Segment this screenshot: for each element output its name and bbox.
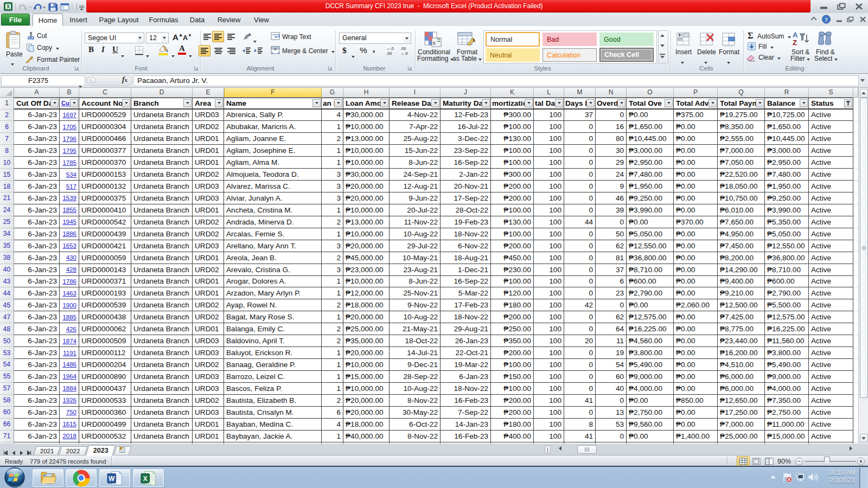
svg-text:A: A xyxy=(793,31,798,39)
svg-text:→.0: →.0 xyxy=(400,51,408,56)
svg-text:?: ? xyxy=(825,16,828,23)
svg-text:X: X xyxy=(6,3,10,10)
svg-text:Z: Z xyxy=(793,38,797,47)
svg-text:≤: ≤ xyxy=(433,40,436,46)
svg-text:X: X xyxy=(143,475,147,483)
svg-text:.00: .00 xyxy=(386,51,392,56)
svg-text:a: a xyxy=(275,47,277,52)
svg-text:W: W xyxy=(108,475,115,483)
